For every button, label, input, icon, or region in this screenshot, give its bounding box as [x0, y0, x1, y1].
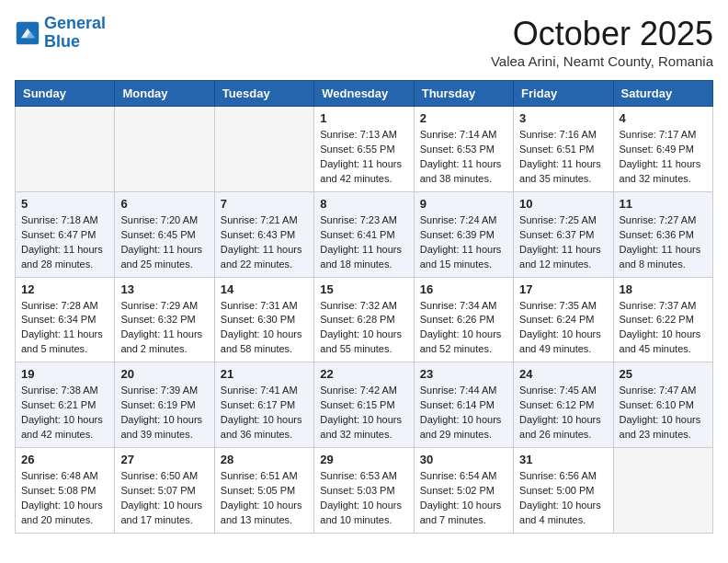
calendar-cell: 21Sunrise: 7:41 AM Sunset: 6:17 PM Dayli…: [214, 362, 313, 448]
day-info: Sunrise: 7:13 AM Sunset: 6:55 PM Dayligh…: [320, 128, 407, 187]
day-number: 10: [519, 197, 607, 211]
day-number: 16: [420, 282, 507, 296]
day-number: 26: [21, 453, 108, 466]
logo-icon: [15, 20, 40, 46]
calendar-cell: 1Sunrise: 7:13 AM Sunset: 6:55 PM Daylig…: [314, 107, 414, 192]
calendar-cell: 11Sunrise: 7:27 AM Sunset: 6:36 PM Dayli…: [613, 191, 712, 277]
day-number: 24: [519, 367, 607, 381]
day-number: 19: [21, 367, 108, 381]
calendar-cell: [16, 107, 115, 192]
day-info: Sunrise: 7:37 AM Sunset: 6:22 PM Dayligh…: [620, 299, 707, 358]
calendar-cell: [214, 107, 313, 192]
calendar-cell: 23Sunrise: 7:44 AM Sunset: 6:14 PM Dayli…: [414, 362, 513, 448]
weekday-header-row: SundayMondayTuesdayWednesdayThursdayFrid…: [16, 81, 713, 107]
calendar-cell: [613, 448, 712, 534]
location-subtitle: Valea Arini, Neamt County, Romania: [491, 53, 713, 69]
day-info: Sunrise: 6:50 AM Sunset: 5:07 PM Dayligh…: [120, 469, 208, 528]
day-info: Sunrise: 7:34 AM Sunset: 6:26 PM Dayligh…: [420, 299, 507, 358]
calendar-cell: 31Sunrise: 6:56 AM Sunset: 5:00 PM Dayli…: [514, 448, 613, 534]
day-info: Sunrise: 7:39 AM Sunset: 6:19 PM Dayligh…: [120, 384, 208, 442]
calendar-cell: 4Sunrise: 7:17 AM Sunset: 6:49 PM Daylig…: [613, 107, 712, 192]
calendar-cell: [115, 107, 214, 192]
day-info: Sunrise: 7:24 AM Sunset: 6:39 PM Dayligh…: [420, 213, 507, 272]
weekday-header-monday: Monday: [115, 81, 214, 107]
logo-line2: Blue: [44, 33, 106, 52]
week-row-4: 19Sunrise: 7:38 AM Sunset: 6:21 PM Dayli…: [16, 362, 713, 448]
calendar-cell: 18Sunrise: 7:37 AM Sunset: 6:22 PM Dayli…: [613, 277, 712, 362]
day-number: 22: [320, 367, 407, 381]
day-number: 15: [320, 282, 407, 296]
day-info: Sunrise: 7:23 AM Sunset: 6:41 PM Dayligh…: [320, 213, 407, 272]
calendar-cell: 29Sunrise: 6:53 AM Sunset: 5:03 PM Dayli…: [314, 448, 414, 534]
calendar-cell: 16Sunrise: 7:34 AM Sunset: 6:26 PM Dayli…: [414, 277, 513, 362]
day-number: 13: [120, 282, 208, 296]
calendar-cell: 8Sunrise: 7:23 AM Sunset: 6:41 PM Daylig…: [314, 191, 414, 277]
day-info: Sunrise: 7:32 AM Sunset: 6:28 PM Dayligh…: [320, 299, 407, 358]
calendar-cell: 28Sunrise: 6:51 AM Sunset: 5:05 PM Dayli…: [214, 448, 313, 534]
week-row-2: 5Sunrise: 7:18 AM Sunset: 6:47 PM Daylig…: [16, 191, 713, 277]
calendar-cell: 27Sunrise: 6:50 AM Sunset: 5:07 PM Dayli…: [115, 448, 214, 534]
calendar-cell: 7Sunrise: 7:21 AM Sunset: 6:43 PM Daylig…: [214, 191, 313, 277]
calendar-cell: 5Sunrise: 7:18 AM Sunset: 6:47 PM Daylig…: [16, 191, 115, 277]
day-number: 28: [221, 453, 308, 466]
day-info: Sunrise: 7:20 AM Sunset: 6:45 PM Dayligh…: [120, 213, 208, 272]
day-info: Sunrise: 6:53 AM Sunset: 5:03 PM Dayligh…: [320, 469, 407, 528]
day-number: 31: [519, 453, 607, 466]
day-number: 8: [320, 197, 407, 211]
calendar-cell: 22Sunrise: 7:42 AM Sunset: 6:15 PM Dayli…: [314, 362, 414, 448]
day-info: Sunrise: 7:14 AM Sunset: 6:53 PM Dayligh…: [420, 128, 507, 187]
day-number: 7: [221, 197, 308, 211]
week-row-5: 26Sunrise: 6:48 AM Sunset: 5:08 PM Dayli…: [16, 448, 713, 534]
day-info: Sunrise: 6:48 AM Sunset: 5:08 PM Dayligh…: [21, 469, 108, 528]
day-info: Sunrise: 7:42 AM Sunset: 6:15 PM Dayligh…: [320, 384, 407, 442]
day-info: Sunrise: 7:17 AM Sunset: 6:49 PM Dayligh…: [620, 128, 707, 187]
day-info: Sunrise: 7:27 AM Sunset: 6:36 PM Dayligh…: [620, 213, 707, 272]
logo: General Blue: [15, 15, 106, 52]
calendar-table: SundayMondayTuesdayWednesdayThursdayFrid…: [15, 80, 713, 534]
calendar-cell: 26Sunrise: 6:48 AM Sunset: 5:08 PM Dayli…: [16, 448, 115, 534]
week-row-1: 1Sunrise: 7:13 AM Sunset: 6:55 PM Daylig…: [16, 107, 713, 192]
calendar-cell: 24Sunrise: 7:45 AM Sunset: 6:12 PM Dayli…: [514, 362, 613, 448]
weekday-header-saturday: Saturday: [613, 81, 712, 107]
day-info: Sunrise: 7:16 AM Sunset: 6:51 PM Dayligh…: [519, 128, 607, 187]
logo-text: General Blue: [44, 15, 106, 52]
calendar-cell: 17Sunrise: 7:35 AM Sunset: 6:24 PM Dayli…: [514, 277, 613, 362]
day-number: 9: [420, 197, 507, 211]
calendar-cell: 3Sunrise: 7:16 AM Sunset: 6:51 PM Daylig…: [514, 107, 613, 192]
title-block: October 2025 Valea Arini, Neamt County, …: [491, 15, 713, 69]
day-info: Sunrise: 7:35 AM Sunset: 6:24 PM Dayligh…: [519, 299, 607, 358]
day-number: 27: [120, 453, 208, 466]
day-number: 1: [320, 111, 407, 125]
day-number: 29: [320, 453, 407, 466]
calendar-cell: 19Sunrise: 7:38 AM Sunset: 6:21 PM Dayli…: [16, 362, 115, 448]
day-info: Sunrise: 6:54 AM Sunset: 5:02 PM Dayligh…: [420, 469, 507, 528]
day-number: 18: [620, 282, 707, 296]
day-number: 2: [420, 111, 507, 125]
calendar-cell: 9Sunrise: 7:24 AM Sunset: 6:39 PM Daylig…: [414, 191, 513, 277]
calendar-cell: 10Sunrise: 7:25 AM Sunset: 6:37 PM Dayli…: [514, 191, 613, 277]
calendar-cell: 12Sunrise: 7:28 AM Sunset: 6:34 PM Dayli…: [16, 277, 115, 362]
calendar-cell: 15Sunrise: 7:32 AM Sunset: 6:28 PM Dayli…: [314, 277, 414, 362]
day-number: 5: [21, 197, 108, 211]
day-info: Sunrise: 7:28 AM Sunset: 6:34 PM Dayligh…: [21, 299, 108, 358]
page-header: General Blue October 2025 Valea Arini, N…: [15, 15, 713, 69]
day-info: Sunrise: 7:44 AM Sunset: 6:14 PM Dayligh…: [420, 384, 507, 442]
day-info: Sunrise: 6:56 AM Sunset: 5:00 PM Dayligh…: [519, 469, 607, 528]
calendar-cell: 20Sunrise: 7:39 AM Sunset: 6:19 PM Dayli…: [115, 362, 214, 448]
day-number: 23: [420, 367, 507, 381]
day-info: Sunrise: 7:18 AM Sunset: 6:47 PM Dayligh…: [21, 213, 108, 272]
weekday-header-sunday: Sunday: [16, 81, 115, 107]
calendar-cell: 13Sunrise: 7:29 AM Sunset: 6:32 PM Dayli…: [115, 277, 214, 362]
calendar-cell: 2Sunrise: 7:14 AM Sunset: 6:53 PM Daylig…: [414, 107, 513, 192]
calendar-cell: 25Sunrise: 7:47 AM Sunset: 6:10 PM Dayli…: [613, 362, 712, 448]
day-info: Sunrise: 6:51 AM Sunset: 5:05 PM Dayligh…: [221, 469, 308, 528]
day-number: 6: [120, 197, 208, 211]
day-number: 12: [21, 282, 108, 296]
day-number: 30: [420, 453, 507, 466]
calendar-cell: 30Sunrise: 6:54 AM Sunset: 5:02 PM Dayli…: [414, 448, 513, 534]
day-number: 21: [221, 367, 308, 381]
day-number: 14: [221, 282, 308, 296]
day-number: 4: [620, 111, 707, 125]
day-info: Sunrise: 7:25 AM Sunset: 6:37 PM Dayligh…: [519, 213, 607, 272]
week-row-3: 12Sunrise: 7:28 AM Sunset: 6:34 PM Dayli…: [16, 277, 713, 362]
